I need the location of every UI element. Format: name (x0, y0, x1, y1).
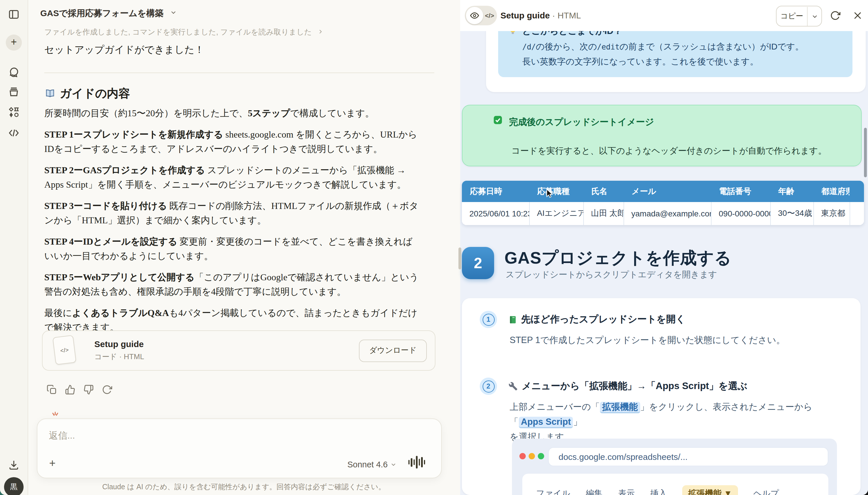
table-header-cell: 電話番号 (711, 181, 770, 202)
substep2-body: 上部メニューバーの「拡張機能」をクリックし、表示されたメニューから「Apps S… (510, 399, 843, 444)
success-heading: 完成後のスプレッドシートイメージ (509, 116, 654, 129)
table-cell: AIエンジニア (529, 202, 583, 225)
thumbs-down-icon[interactable] (84, 385, 94, 395)
chat-step-paragraph: STEP 4ーIDとメールを設定する 変更前・変更後のコードを並べて、どこを書き… (44, 234, 419, 263)
message-divider (44, 72, 434, 73)
chevron-down-icon[interactable] (808, 13, 821, 19)
panel-resize-handle[interactable] (458, 248, 461, 269)
eye-icon[interactable] (466, 7, 483, 24)
success-preview-box: 完成後のスプレッドシートイメージ コードを実行すると、以下のようなヘッダー付きの… (462, 105, 862, 166)
copy-button[interactable]: コピー (776, 6, 822, 27)
mock-menu-item: ヘルプ (754, 488, 779, 495)
conversation-title[interactable]: GASで採用応募フォームを構築 (40, 8, 177, 19)
table-cell: 090-0000-0000 (711, 202, 770, 225)
guide-contents-heading-text: ガイドの内容 (60, 86, 130, 101)
traffic-light-green (538, 453, 544, 459)
preview-title: Setup guide · HTML (500, 10, 581, 20)
claude-app-window: + 黒 GASで採用応募フォームを構築 ファイルを作成しました, コマンドを実行… (0, 0, 868, 495)
sidebar-toggle-icon[interactable] (8, 8, 20, 20)
chat-step-paragraph: STEP 5ーWebアプリとして公開する「このアプリはGoogleで確認されてい… (44, 270, 419, 299)
traffic-light-red (519, 453, 526, 459)
step2-title: GASプロジェクトを作成する (504, 247, 732, 270)
mock-address-bar: docs.google.com/spreadsheets/... (548, 447, 828, 466)
step2-subtitle: スプレッドシートからスクリプトエディタを開きます (506, 269, 717, 280)
code-view-icon[interactable]: </> (485, 6, 494, 25)
user-avatar[interactable]: 黒 (4, 477, 23, 495)
download-app-icon[interactable] (8, 459, 20, 471)
code-icon[interactable] (8, 127, 20, 139)
table-header-cell: 応募職種 (529, 181, 583, 202)
substep2-number: 2 (480, 378, 497, 395)
assistant-message-body: 所要時間の目安（約15〜20分）を明示した上で、5ステップで構成しています。 S… (44, 106, 419, 341)
table-header-cell: 応募日時 (462, 181, 529, 202)
attach-plus-button[interactable]: + (46, 457, 59, 470)
table-header-cell (850, 181, 864, 202)
guide-contents-heading: ガイドの内容 (44, 86, 130, 101)
projects-icon[interactable] (8, 86, 20, 98)
wrench-icon (509, 381, 518, 391)
chevron-right-icon (317, 29, 323, 35)
copy-button-label: コピー (777, 11, 807, 21)
connectors-icon[interactable] (8, 106, 20, 118)
refresh-icon[interactable] (830, 10, 840, 21)
table-cell: 2025/06/01 10:23 (462, 202, 529, 225)
reply-input[interactable]: 返信... (49, 430, 75, 442)
chat-step-paragraph: STEP 1ースプレッドシートを新規作成する sheets.google.com… (44, 127, 419, 156)
download-button[interactable]: ダウンロード (359, 340, 427, 362)
artifact-title: Setup guide (94, 339, 144, 349)
open-book-icon (44, 89, 56, 99)
table-row: 2025/06/01 10:23AIエンジニア山田 太郎yamada@examp… (462, 202, 864, 225)
artifact-card[interactable]: </> Setup guide コード · HTML ダウンロード (42, 330, 436, 371)
table-header-cell: メール (623, 181, 711, 202)
tool-activity-text: ファイルを作成しました, コマンドを実行しました, ファイルを読み取りました (44, 28, 312, 36)
tip-line2: 長い英数字の文字列になっています。これを後で使います。 (522, 56, 758, 67)
table-cell: yamada@example.com (623, 202, 711, 225)
model-selector[interactable]: Sonnet 4.6 (348, 460, 396, 469)
browser-mockup: docs.google.com/spreadsheets/... ファイル編集表… (512, 439, 837, 495)
assistant-message-intro: セットアップガイドができました！ (44, 43, 204, 56)
copy-icon[interactable] (47, 385, 57, 395)
substep1-heading-text: 先ほど作ったスプレッドシートを開く (521, 313, 685, 326)
voice-input-icon[interactable] (408, 455, 425, 470)
mock-menu-item: 拡張機能 ▼ (683, 485, 738, 495)
table-cell (850, 202, 864, 225)
conversation-title-text: GASで採用応募フォームを構築 (40, 8, 164, 18)
chats-icon[interactable] (8, 66, 20, 78)
chat-column: GASで採用応募フォームを構築 ファイルを作成しました, コマンドを実行しました… (28, 0, 460, 495)
thumbs-up-icon[interactable] (65, 385, 75, 395)
table-header-cell: 年齢 (770, 181, 813, 202)
preview-scrollbar[interactable] (864, 128, 867, 177)
substep2-heading-text: メニューから「拡張機能」→「Apps Script」を選ぶ (522, 380, 747, 393)
success-body: コードを実行すると、以下のようなヘッダー付きのシートが自動で作られます。 (511, 146, 827, 157)
mouse-cursor (545, 189, 555, 199)
chevron-down-icon (171, 9, 177, 16)
spreadsheet-preview-table: 応募日時応募職種氏名メール電話番号年齢都道府県 2025/06/01 10:23… (462, 181, 864, 225)
artifact-preview-panel: どこからどこまでがID？ /d/の後から、次の/editの前まで（スラッシュは含… (460, 0, 868, 495)
retry-icon[interactable] (102, 385, 112, 395)
green-book-icon (509, 314, 517, 324)
table-cell: 30〜34歳 (770, 202, 813, 225)
mock-menu-item: 挿入 (650, 488, 667, 495)
table-cell: 山田 太郎 (583, 202, 623, 225)
tip-line1: /d/の後から、次の/editの前まで（スラッシュは含まない）がIDです。 (522, 41, 804, 52)
model-name: Sonnet 4.6 (348, 460, 388, 469)
preview-code-toggle[interactable]: </> (465, 6, 497, 25)
substep1-body: STEP 1で作成したスプレッドシートを開いた状態にしてください。 (510, 333, 785, 348)
mock-menu-item: ファイル (536, 488, 570, 495)
close-icon[interactable] (852, 10, 863, 21)
mock-menu-item: 表示 (618, 488, 635, 495)
new-chat-button[interactable]: + (6, 35, 22, 51)
sidebar: + 黒 (0, 0, 28, 495)
mock-menu-item: 編集 (586, 488, 603, 495)
guide-overview-paragraph: 所要時間の目安（約15〜20分）を明示した上で、5ステップで構成しています。 (44, 106, 419, 120)
step2-card: 1 先ほど作ったスプレッドシートを開く STEP 1で作成したスプレッドシートを… (462, 298, 861, 495)
message-actions (47, 385, 112, 395)
substep1-heading: 先ほど作ったスプレッドシートを開く (509, 313, 685, 326)
tool-activity-summary[interactable]: ファイルを作成しました, コマンドを実行しました, ファイルを読み取りました (44, 27, 323, 37)
table-header-cell: 氏名 (583, 181, 623, 202)
guide-closing-paragraph: 最後によくあるトラブルQ&Aも4パターン掲載しているので、詰まったときもガイドだ… (44, 306, 419, 335)
chat-step-paragraph: STEP 2ーGASプロジェクトを作成する スプレッドシートのメニューから「拡張… (44, 163, 419, 192)
reply-composer[interactable]: 返信... + Sonnet 4.6 (37, 419, 442, 478)
check-mark-icon (493, 115, 503, 125)
mock-menu-bar: ファイル編集表示挿入拡張機能 ▼ヘルプ (522, 474, 828, 495)
